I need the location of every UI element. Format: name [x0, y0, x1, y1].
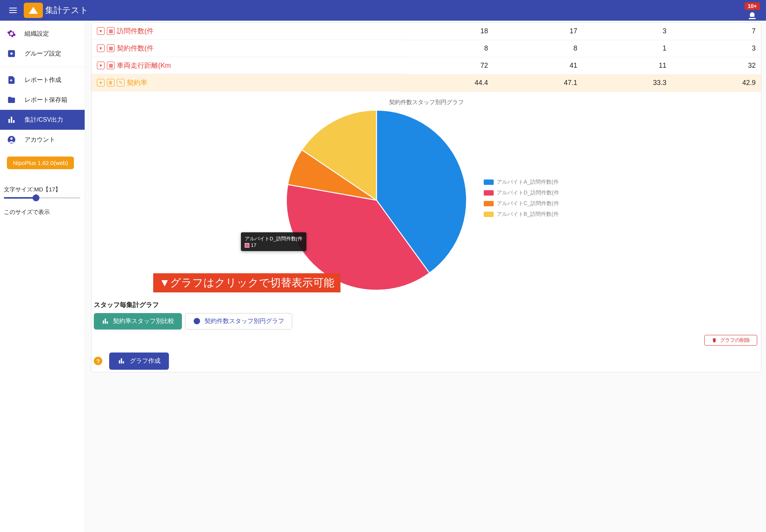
- value-cell: 33.3: [583, 74, 672, 91]
- sidebar-item-group-settings[interactable]: グループ設定: [0, 44, 85, 64]
- grid-icon[interactable]: ▦: [107, 62, 115, 69]
- staff-chart-section-title: スタッフ毎集計グラフ: [94, 300, 759, 309]
- value-cell: 3: [583, 23, 672, 40]
- svg-rect-7: [103, 320, 104, 323]
- font-size-control: 文字サイズ:MD【17】 このサイズで表示: [0, 179, 85, 223]
- legend-swatch: [484, 201, 494, 206]
- gear-icon: [7, 29, 16, 38]
- delete-chart-label: グラフの削除: [720, 337, 750, 344]
- value-cell: 44.4: [404, 74, 493, 91]
- svg-rect-3: [11, 117, 12, 123]
- pie-chart[interactable]: [285, 108, 468, 292]
- row-label: 契約件数(件: [117, 44, 154, 53]
- sidebar-item-label: レポート保存箱: [25, 96, 67, 104]
- chevron-down-icon[interactable]: ▾: [97, 27, 105, 35]
- grid-icon[interactable]: ▦: [107, 27, 115, 35]
- pill-label: 契約件数スタッフ別円グラフ: [205, 317, 284, 325]
- svg-rect-12: [123, 361, 124, 364]
- legend-item[interactable]: アルバイトC_訪問件数(件: [484, 200, 568, 207]
- sidebar-item-account[interactable]: アカウント: [0, 130, 85, 150]
- table-row: ▾🗑✎契約率44.447.133.342.9: [92, 74, 761, 91]
- svg-rect-10: [119, 360, 120, 363]
- row-label-cell[interactable]: ▾🗑✎契約率: [92, 74, 404, 91]
- delete-chart-button[interactable]: グラフの削除: [704, 335, 757, 346]
- pill-compare-staff[interactable]: 契約率スタッフ別比較: [94, 313, 182, 330]
- sidebar-item-org-settings[interactable]: 組織設定: [0, 24, 85, 44]
- sidebar: 組織設定 グループ設定 レポート作成 レポート保存箱 集計/CSV出力: [0, 21, 85, 532]
- sidebar-item-report-saved[interactable]: レポート保存箱: [0, 90, 85, 110]
- row-label-cell[interactable]: ▾▦車両走行距離(Km: [92, 57, 404, 74]
- row-label: 車両走行距離(Km: [117, 61, 171, 70]
- value-cell: 11: [583, 57, 672, 74]
- help-icon[interactable]: ?: [94, 357, 102, 365]
- table-row: ▾▦契約件数(件8813: [92, 40, 761, 57]
- triangle-button[interactable]: [24, 3, 43, 18]
- svg-rect-8: [105, 318, 106, 323]
- trash-icon[interactable]: 🗑: [107, 79, 115, 86]
- chart-title: 契約件数スタッフ別円グラフ: [92, 99, 761, 106]
- version-chip[interactable]: NipoPlus 1.62.0(web): [7, 157, 74, 169]
- svg-rect-4: [13, 120, 15, 123]
- value-cell: 8: [493, 40, 583, 57]
- legend-swatch: [484, 212, 494, 217]
- table-row: ▾▦訪問件数(件181737: [92, 23, 761, 40]
- chevron-down-icon[interactable]: ▾: [97, 62, 105, 69]
- create-chart-button[interactable]: グラフ作成: [109, 352, 169, 370]
- table-row: ▾▦車両走行距離(Km72411132: [92, 57, 761, 74]
- row-label-cell[interactable]: ▾▦契約件数(件: [92, 40, 404, 57]
- apply-font-size-button[interactable]: このサイズで表示: [4, 209, 81, 216]
- sidebar-item-aggregate-csv[interactable]: 集計/CSV出力: [0, 110, 85, 130]
- chart-legend: アルバイトA_訪問件数(件アルバイトD_訪問件数(件アルバイトC_訪問件数(件ア…: [484, 179, 568, 222]
- chart-type-pills: 契約率スタッフ別比較 契約件数スタッフ別円グラフ: [94, 313, 759, 330]
- chevron-down-icon[interactable]: ▾: [97, 79, 105, 86]
- legend-item[interactable]: アルバイトA_訪問件数(件: [484, 179, 568, 186]
- value-cell: 17: [493, 23, 583, 40]
- folder-icon: [7, 95, 16, 104]
- pill-pie-staff[interactable]: 契約件数スタッフ別円グラフ: [185, 313, 292, 330]
- legend-item[interactable]: アルバイトB_訪問件数(件: [484, 211, 568, 218]
- chevron-down-icon[interactable]: ▾: [97, 44, 105, 52]
- legend-swatch: [484, 180, 494, 185]
- create-chart-label: グラフ作成: [130, 357, 160, 365]
- account-icon: [7, 135, 16, 144]
- legend-label: アルバイトB_訪問件数(件: [497, 211, 559, 218]
- legend-swatch: [484, 190, 494, 196]
- legend-item[interactable]: アルバイトD_訪問件数(件: [484, 189, 568, 196]
- main-content: ▾▦訪問件数(件181737▾▦契約件数(件8813▾▦車両走行距離(Km724…: [85, 21, 766, 532]
- legend-label: アルバイトC_訪問件数(件: [497, 200, 559, 207]
- sidebar-item-label: グループ設定: [25, 50, 61, 58]
- bar-chart-icon: [7, 115, 16, 124]
- edit-icon[interactable]: ✎: [117, 79, 124, 86]
- value-cell: 72: [404, 57, 493, 74]
- menu-icon[interactable]: [5, 2, 21, 19]
- sidebar-item-label: 集計/CSV出力: [25, 116, 63, 124]
- grid-icon[interactable]: ▦: [107, 44, 115, 52]
- triangle-up-icon: [29, 7, 38, 14]
- aggregate-table: ▾▦訪問件数(件181737▾▦契約件数(件8813▾▦車両走行距離(Km724…: [92, 23, 761, 92]
- sidebar-item-label: 組織設定: [25, 30, 49, 38]
- value-cell: 41: [493, 57, 583, 74]
- tooltip-value: 17: [251, 242, 256, 248]
- pie-chart-area: アルバイトD_訪問件数(件 17 アルバイトA_訪問件数(件アルバイトD_訪問件…: [92, 108, 761, 292]
- page-title: 集計テスト: [45, 5, 88, 16]
- svg-point-1: [10, 52, 13, 55]
- row-label: 訪問件数(件: [117, 26, 154, 36]
- chart-tooltip: アルバイトD_訪問件数(件 17: [241, 232, 306, 251]
- row-label-cell[interactable]: ▾▦訪問件数(件: [92, 23, 404, 40]
- svg-rect-2: [8, 119, 10, 123]
- notification-area[interactable]: 10+: [745, 2, 760, 19]
- bar-chart-icon: [118, 357, 125, 365]
- sidebar-item-report-create[interactable]: レポート作成: [0, 70, 85, 90]
- value-cell: 8: [404, 40, 493, 57]
- aggregate-card: ▾▦訪問件数(件181737▾▦契約件数(件8813▾▦車両走行距離(Km724…: [91, 22, 761, 372]
- value-cell: 47.1: [493, 74, 583, 91]
- tooltip-label: アルバイトD_訪問件数(件: [245, 235, 303, 242]
- chart-hint-banner: ▼グラフはクリックで切替表示可能: [153, 273, 340, 292]
- value-cell: 3: [672, 40, 761, 57]
- trash-icon: [712, 338, 717, 343]
- app-header: 集計テスト 10+: [0, 0, 766, 21]
- font-size-slider[interactable]: [4, 197, 80, 199]
- svg-rect-11: [121, 358, 122, 363]
- value-cell: 32: [672, 57, 761, 74]
- font-size-label: 文字サイズ:MD【17】: [4, 186, 81, 193]
